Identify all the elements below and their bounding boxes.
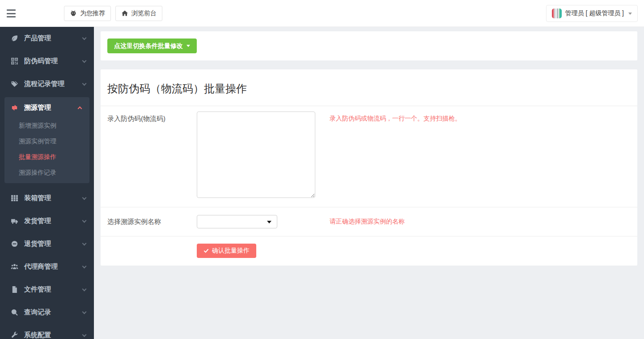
home-icon — [121, 10, 128, 17]
chevron-down-icon — [186, 45, 190, 47]
batch-operation-panel: 按防伪码（物流码）批量操作 录入防伪码(物流码) 录入防伪码或物流码，一行一个。… — [101, 69, 637, 266]
sidebar-item-trace[interactable]: 溯源管理 — [4, 97, 89, 118]
top-header: 为您推荐 浏览前台 管理员 [ 超级管理员 ] — [0, 0, 644, 27]
header-button-group: 为您推荐 浏览前台 — [64, 6, 162, 21]
recommend-button-label: 为您推荐 — [80, 9, 105, 17]
chevron-down-icon — [82, 35, 87, 40]
check-icon — [203, 248, 209, 253]
grid-icon — [11, 194, 18, 202]
sidebar-item-returns[interactable]: 退货管理 — [0, 232, 94, 255]
user-menu[interactable]: 管理员 [ 超级管理员 ] — [546, 5, 638, 22]
sidebar-item-products[interactable]: 产品管理 — [0, 27, 94, 50]
page-title: 按防伪码（物流码）批量操作 — [101, 69, 637, 106]
sidebar-subitem-label: 批量溯源操作 — [19, 153, 56, 161]
sidebar-item-label: 装箱管理 — [24, 194, 83, 202]
qrcode-icon — [11, 57, 18, 65]
sidebar-item-shipping[interactable]: 发货管理 — [0, 210, 94, 232]
sidebar-subitem-label: 溯源实例管理 — [19, 137, 56, 146]
sidebar-item-label: 文件管理 — [24, 285, 83, 294]
sidebar-subitem-trace-op-records[interactable]: 溯源操作记录 — [4, 165, 89, 180]
confirm-batch-operation-button[interactable]: 确认批量操作 — [197, 244, 256, 258]
codes-input-label: 录入防伪码(物流码) — [107, 112, 197, 200]
confirm-batch-operation-label: 确认批量操作 — [212, 247, 250, 255]
sidebar-item-label: 代理商管理 — [24, 262, 83, 271]
sidebar-group-trace: 溯源管理 新增溯源实例 溯源实例管理 批量溯源操作 溯源操作记录 — [4, 97, 89, 183]
truck-icon — [11, 217, 18, 225]
browse-front-button-label: 浏览前台 — [131, 9, 157, 17]
sidebar-item-query-records[interactable]: 查询记录 — [0, 301, 94, 324]
retweet-icon — [11, 104, 18, 112]
sidebar-item-process-records[interactable]: 流程记录管理 — [0, 73, 94, 95]
file-icon — [11, 286, 18, 293]
chevron-down-icon — [82, 218, 87, 223]
sidebar-item-label: 退货管理 — [24, 240, 83, 248]
chevron-down-icon — [82, 241, 87, 245]
sidebar-item-label: 溯源管理 — [24, 103, 78, 112]
trace-instance-hint: 请正确选择溯源实例的名称 — [330, 218, 405, 226]
codes-input-row: 录入防伪码(物流码) 录入防伪码或物流码，一行一个。支持扫描枪。 — [101, 106, 637, 207]
trace-instance-control — [197, 215, 330, 228]
sidebar-item-label: 发货管理 — [24, 217, 83, 225]
codes-textarea[interactable] — [197, 112, 315, 198]
sidebar-subitem-new-trace-instance[interactable]: 新增溯源实例 — [4, 118, 89, 133]
submit-row-spacer — [107, 244, 197, 258]
sidebar-subitem-trace-instance-mgmt[interactable]: 溯源实例管理 — [4, 133, 89, 149]
sidebar-item-label: 流程记录管理 — [24, 80, 83, 88]
sidebar-item-label: 系统配置 — [24, 331, 83, 339]
browse-front-button[interactable]: 浏览前台 — [115, 6, 162, 21]
sidebar-item-system-config[interactable]: 系统配置 — [0, 324, 94, 339]
github-cat-icon — [70, 10, 77, 17]
trace-instance-select[interactable] — [197, 215, 277, 228]
sidebar-subitem-label: 溯源操作记录 — [19, 169, 56, 177]
trace-instance-label: 选择溯源实例名称 — [107, 218, 197, 226]
toggle-condition-batch-label: 点这里切换条件批量修改 — [114, 42, 183, 50]
main-content: 点这里切换条件批量修改 按防伪码（物流码）批量操作 录入防伪码(物流码) 录入防… — [94, 27, 644, 339]
chevron-down-icon — [82, 81, 87, 86]
avatar — [552, 9, 562, 18]
sidebar-item-label: 产品管理 — [24, 34, 83, 43]
sidebar-item-anticode[interactable]: 防伪码管理 — [0, 50, 94, 73]
chevron-down-icon — [82, 58, 87, 63]
chevron-up-icon — [78, 106, 82, 111]
submit-row: 确认批量操作 — [101, 236, 637, 266]
users-icon — [11, 263, 18, 270]
sidebar-item-packing[interactable]: 装箱管理 — [0, 187, 94, 210]
sidebar-item-label: 防伪码管理 — [24, 57, 83, 65]
chevron-down-icon — [628, 13, 632, 15]
chevron-down-icon — [82, 309, 87, 314]
sidebar-subitem-batch-trace-ops[interactable]: 批量溯源操作 — [4, 149, 89, 165]
user-name: 管理员 [ 超级管理员 ] — [565, 9, 624, 17]
select-caret-icon — [267, 221, 271, 223]
minus-circle-icon — [11, 240, 18, 248]
toggle-condition-batch-button[interactable]: 点这里切换条件批量修改 — [107, 39, 197, 53]
chevron-down-icon — [82, 332, 87, 337]
sidebar: 产品管理 防伪码管理 流程记录管理 溯源管理 新增溯源实例 溯源实例管理 批量溯… — [0, 27, 94, 339]
trace-instance-row: 选择溯源实例名称 请正确选择溯源实例的名称 — [101, 207, 637, 236]
chevron-down-icon — [82, 287, 87, 291]
search-plus-icon — [11, 309, 18, 316]
sidebar-item-agents[interactable]: 代理商管理 — [0, 255, 94, 278]
tags-icon — [11, 80, 18, 88]
sidebar-item-files[interactable]: 文件管理 — [0, 278, 94, 301]
toolbar-card: 点这里切换条件批量修改 — [101, 31, 637, 60]
sidebar-item-label: 查询记录 — [24, 308, 83, 317]
leaf-icon — [11, 34, 18, 42]
codes-input-hint: 录入防伪码或物流码，一行一个。支持扫描枪。 — [330, 112, 461, 200]
codes-input-control — [197, 112, 330, 200]
chevron-down-icon — [82, 264, 87, 268]
chevron-down-icon — [82, 195, 87, 200]
sidebar-toggle-icon[interactable] — [7, 9, 16, 17]
recommend-button[interactable]: 为您推荐 — [64, 6, 111, 21]
wrench-icon — [11, 331, 18, 339]
sidebar-subitem-label: 新增溯源实例 — [19, 122, 56, 130]
